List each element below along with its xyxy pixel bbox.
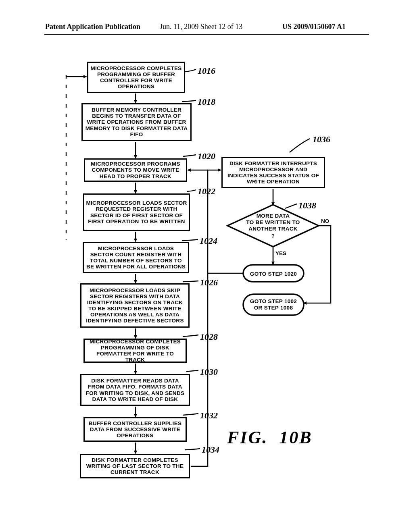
goto-1002-line1: GOTO STEP 1002 (250, 298, 297, 304)
decision-line2: TO BE WRITTEN TO (246, 219, 300, 225)
decision-line1: MORE DATA (257, 213, 290, 219)
decision-line3: ANOTHER TRACK (248, 226, 298, 232)
flowchart-connectors: MORE DATA TO BE WRITTEN TO ANOTHER TRACK… (0, 0, 413, 532)
decision-yes-label: YES (275, 250, 286, 256)
goto-1020-text: GOTO STEP 1020 (250, 271, 297, 277)
decision-line4: ? (271, 233, 275, 239)
decision-no-label: NO (321, 218, 329, 224)
goto-1002-line2: OR STEP 1008 (254, 305, 293, 311)
